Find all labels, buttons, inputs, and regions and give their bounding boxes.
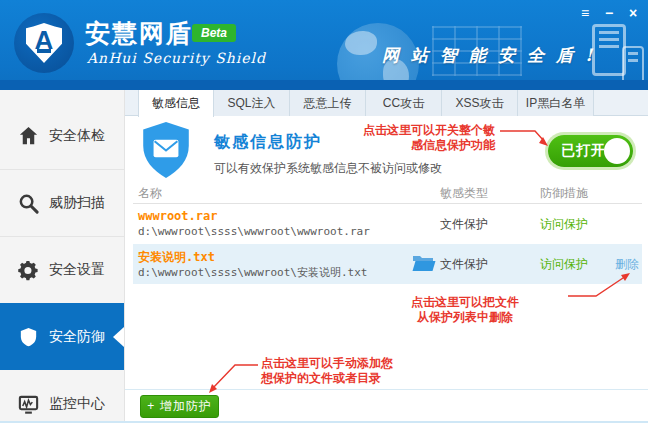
header-bottom-strip: [0, 80, 648, 90]
sidebar-item-label: 安全设置: [49, 261, 105, 279]
sidebar-item-monitor-center[interactable]: 监控中心: [0, 370, 124, 423]
file-path: d:\wwwroot\ssss\wwwroot\wwwroot.rar: [138, 225, 370, 238]
file-name: 安装说明.txt: [138, 249, 215, 266]
add-protection-button[interactable]: + 增加防护: [140, 395, 219, 418]
monitor-icon: [17, 393, 40, 416]
close-icon[interactable]: ×: [624, 4, 642, 22]
gear-icon: [17, 259, 40, 282]
window-controls: ≡ − ×: [576, 4, 642, 22]
logo-shield-icon: A: [26, 23, 62, 63]
table-header: 名称 敏感类型 防御措施: [133, 183, 642, 204]
table-row[interactable]: 安装说明.txt d:\wwwroot\ssss\wwwroot\安装说明.tx…: [133, 244, 642, 284]
header-slogan: 网站智能安全盾!: [382, 44, 604, 67]
sidebar-item-security-defense[interactable]: 安全防御: [0, 303, 124, 370]
sidebar: 安全体检 威胁扫描 安全设置 安全防御 监控中心: [0, 90, 125, 421]
column-type: 敏感类型: [440, 185, 488, 202]
shield-mail-icon: [140, 121, 192, 183]
sensitive-type: 文件保护: [440, 216, 488, 233]
toggle-knob: [604, 138, 630, 164]
table-row[interactable]: wwwroot.rar d:\wwwroot\ssss\wwwroot\wwwr…: [133, 204, 642, 244]
sidebar-item-security-settings[interactable]: 安全设置: [0, 236, 124, 303]
defense-measure: 访问保护: [540, 216, 588, 233]
tab-ip-blackwhite-list[interactable]: IP黑白名单: [518, 90, 594, 116]
menu-icon[interactable]: ≡: [576, 4, 594, 22]
defense-measure: 访问保护: [540, 256, 588, 273]
toggle-label: 已打开: [561, 142, 606, 160]
delete-link[interactable]: 删除: [615, 256, 639, 273]
beta-badge: Beta: [192, 24, 236, 42]
divider: [125, 389, 648, 390]
tab-sensitive-info[interactable]: 敏感信息: [138, 90, 214, 117]
sidebar-item-label: 安全防御: [49, 328, 105, 346]
header: 网站智能安全盾! A 安慧网盾 Beta AnHui Security Shie…: [0, 0, 648, 90]
sidebar-item-security-check[interactable]: 安全体检: [0, 102, 124, 169]
app-title-en: AnHui Security Shield: [87, 50, 266, 66]
tab-xss-attack[interactable]: XSS攻击: [442, 90, 518, 116]
file-path: d:\wwwroot\ssss\wwwroot\安装说明.txt: [138, 265, 367, 280]
feature-description: 可以有效保护系统敏感信息不被访问或修改: [214, 160, 442, 177]
sidebar-item-label: 监控中心: [49, 395, 105, 413]
tab-cc-attack[interactable]: CC攻击: [366, 90, 442, 116]
feature-title: 敏感信息防护: [214, 132, 322, 153]
search-icon: [17, 192, 40, 215]
app-logo: A: [14, 13, 74, 73]
app-title: 安慧网盾: [85, 17, 193, 50]
folder-icon: [411, 253, 437, 277]
sensitive-type: 文件保护: [440, 256, 488, 273]
protection-table: 名称 敏感类型 防御措施 wwwroot.rar d:\wwwroot\ssss…: [133, 183, 642, 284]
file-name: wwwroot.rar: [138, 209, 217, 223]
protection-toggle[interactable]: 已打开: [548, 135, 633, 167]
main-panel: 敏感信息 SQL注入 恶意上传 CC攻击 XSS攻击 IP黑白名单 敏感信息防护…: [125, 90, 648, 421]
sidebar-item-label: 威胁扫描: [49, 194, 105, 212]
column-name: 名称: [138, 185, 162, 202]
tab-sql-injection[interactable]: SQL注入: [214, 90, 290, 116]
sidebar-item-threat-scan[interactable]: 威胁扫描: [0, 169, 124, 236]
annotation-delete: 点击这里可以把文件 从保护列表中删除: [380, 295, 550, 325]
app-window: 网站智能安全盾! A 安慧网盾 Beta AnHui Security Shie…: [0, 0, 648, 423]
sidebar-item-label: 安全体检: [49, 127, 105, 145]
home-icon: [17, 124, 40, 147]
minimize-icon[interactable]: −: [600, 4, 618, 22]
annotation-toggle: 点击这里可以开关整个敏 感信息保护功能: [363, 123, 495, 153]
annotation-add: 点击这里可以手动添加您 想保护的文件或者目录: [261, 356, 393, 386]
column-defense: 防御措施: [540, 185, 588, 202]
tab-bar: 敏感信息 SQL注入 恶意上传 CC攻击 XSS攻击 IP黑白名单: [125, 90, 648, 116]
shield-icon: [17, 326, 40, 349]
tab-malicious-upload[interactable]: 恶意上传: [290, 90, 366, 116]
